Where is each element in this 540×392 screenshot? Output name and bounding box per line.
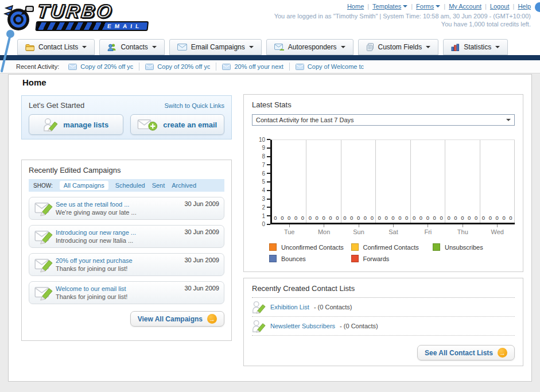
stats-period-select[interactable]: Contact Activity for the Last 7 Days bbox=[252, 114, 515, 126]
campaign-text: 20% off your next purchase Thanks for jo… bbox=[56, 257, 184, 273]
tab-custom-fields[interactable]: Custom Fields bbox=[358, 39, 439, 55]
envelope-icon bbox=[145, 64, 154, 70]
activity-divider bbox=[289, 63, 290, 71]
activity-item[interactable]: Copy of Welcome tc bbox=[296, 63, 364, 70]
contact-list-count: - (0 Contacts) bbox=[314, 304, 352, 311]
x-axis-label: Tue bbox=[272, 228, 306, 235]
contact-list-item[interactable]: Exhibition List - (0 Contacts) bbox=[252, 298, 515, 317]
data-value-label: 0 bbox=[468, 215, 471, 221]
legend-swatch-icon bbox=[351, 255, 359, 262]
campaigns-filter-bar: SHOW: All Campaigns Scheduled Sent Archi… bbox=[29, 179, 224, 192]
contact-list-name-link[interactable]: Exhibition List bbox=[270, 304, 309, 311]
x-axis-label: Fri bbox=[411, 228, 445, 235]
statistics-icon bbox=[451, 44, 460, 51]
activity-item[interactable]: Copy of 20% off yc bbox=[145, 63, 210, 70]
campaign-title-link[interactable]: 20% off your next purchase bbox=[56, 257, 184, 265]
filter-scheduled[interactable]: Scheduled bbox=[115, 182, 145, 189]
data-value-label: 0 bbox=[433, 215, 436, 221]
tab-contact-lists[interactable]: Contact Lists bbox=[17, 39, 95, 55]
legend-label: Unsubscribes bbox=[445, 244, 483, 251]
x-tick bbox=[480, 224, 515, 227]
envelope-plus-icon bbox=[137, 118, 158, 131]
envelope-pencil-icon bbox=[34, 228, 56, 244]
campaign-date: 30 Jun 2009 bbox=[184, 257, 219, 263]
campaign-list-item[interactable]: See us at the retail food ... We're givi… bbox=[29, 197, 224, 220]
person-pencil-icon bbox=[43, 118, 58, 131]
campaign-subtitle: Introducing our new Italia ... bbox=[56, 236, 184, 244]
filter-sent[interactable]: Sent bbox=[152, 182, 165, 189]
data-value-label: 0 bbox=[489, 215, 492, 221]
contact-list-item[interactable]: Newsletter Subscribers - (0 Contacts) bbox=[252, 317, 515, 336]
chevron-down-icon bbox=[341, 46, 345, 48]
nav-my-account-link[interactable]: My Account bbox=[449, 3, 481, 10]
legend-label: Confirmed Contacts bbox=[363, 244, 419, 251]
campaigns-panel: Recently Edited Campaigns SHOW: All Camp… bbox=[21, 160, 232, 341]
campaign-text: Introducing our new range ... Introducin… bbox=[56, 228, 184, 244]
campaign-title-link[interactable]: Introducing our new range ... bbox=[56, 228, 184, 236]
envelope-icon bbox=[177, 44, 187, 51]
credits-info: You have 1,000 total credits left. bbox=[274, 21, 531, 28]
tab-contacts[interactable]: Contacts bbox=[99, 39, 164, 55]
data-value-label: 0 bbox=[316, 215, 318, 221]
data-value-label: 0 bbox=[461, 215, 464, 221]
campaign-subtitle: Thanks for joining our list! bbox=[56, 293, 184, 301]
campaign-list-item[interactable]: Welcome to our email list Thanks for joi… bbox=[29, 281, 224, 304]
campaign-title-link[interactable]: Welcome to our email list bbox=[56, 285, 184, 293]
create-email-button[interactable]: create an email bbox=[130, 114, 225, 135]
tab-label: Email Campaigns bbox=[191, 43, 245, 51]
data-value-label: 0 bbox=[502, 215, 505, 221]
activity-item[interactable]: Copy of 20% off yc bbox=[68, 63, 133, 70]
latest-stats-panel: Latest Stats Contact Activity for the La… bbox=[243, 94, 523, 272]
page: TURBO EMAIL Home|Templates|Forms|My Acco… bbox=[0, 0, 540, 392]
envelope-icon bbox=[296, 64, 304, 70]
chevron-down-icon bbox=[436, 5, 440, 7]
legend-label: Bounces bbox=[281, 255, 306, 262]
tab-email-campaigns[interactable]: Email Campaigns bbox=[169, 39, 262, 55]
campaign-list-item[interactable]: 20% off your next purchase Thanks for jo… bbox=[29, 253, 224, 276]
nav-home-link[interactable]: Home bbox=[347, 3, 364, 10]
tab-statistics[interactable]: Statistics bbox=[443, 39, 508, 55]
campaign-date: 30 Jun 2009 bbox=[184, 285, 219, 292]
nav-separator: | bbox=[444, 3, 445, 10]
contact-list-name-link[interactable]: Newsletter Subscribers bbox=[270, 323, 335, 329]
nav-separator: | bbox=[367, 3, 369, 10]
view-all-campaigns-button[interactable]: View All Campaigns → bbox=[130, 311, 224, 327]
nav-templates-link[interactable]: Templates bbox=[372, 3, 407, 10]
filter-archived[interactable]: Archived bbox=[172, 182, 196, 189]
switch-quick-links[interactable]: Switch to Quick Links bbox=[164, 102, 224, 109]
see-all-contact-lists-button[interactable]: See All Contact Lists → bbox=[417, 345, 515, 360]
chart-day-column: 00000 bbox=[341, 140, 376, 223]
data-value-label: 0 bbox=[294, 215, 297, 221]
tab-label: Custom Fields bbox=[378, 43, 422, 51]
chevron-down-icon bbox=[506, 119, 511, 121]
data-value-label: 0 bbox=[274, 215, 277, 221]
campaign-text: See us at the retail food ... We're givi… bbox=[56, 200, 184, 216]
legend-label: Unconfirmed Contacts bbox=[281, 244, 344, 251]
chevron-down-icon bbox=[495, 46, 500, 48]
nav-help-link[interactable]: Help bbox=[518, 3, 531, 10]
chart-day-column: 00000 bbox=[272, 140, 306, 223]
data-value-label: 0 bbox=[301, 215, 304, 221]
campaign-title-link[interactable]: See us at the retail food ... bbox=[56, 200, 184, 208]
data-value-label: 0 bbox=[447, 215, 450, 221]
show-label: SHOW: bbox=[33, 183, 53, 189]
chevron-down-icon bbox=[82, 46, 87, 48]
data-value-label: 0 bbox=[384, 215, 387, 221]
chevron-down-icon bbox=[403, 5, 407, 7]
data-value-label: 0 bbox=[371, 215, 374, 221]
nav-separator: | bbox=[513, 3, 515, 10]
tab-label: Statistics bbox=[464, 43, 491, 51]
activity-item-label: Copy of 20% off yc bbox=[80, 63, 133, 70]
tab-autoresponders[interactable]: Autoresponders bbox=[266, 39, 353, 55]
filter-all-campaigns[interactable]: All Campaigns bbox=[60, 181, 108, 190]
nav-forms-link[interactable]: Forms bbox=[416, 3, 440, 10]
x-tick bbox=[306, 224, 341, 227]
campaign-subtitle: We're giving away our late ... bbox=[56, 208, 184, 216]
activity-item[interactable]: 20% off your next bbox=[222, 63, 283, 70]
nav-logout-link[interactable]: Logout bbox=[490, 3, 510, 10]
campaign-list-item[interactable]: Introducing our new range ... Introducin… bbox=[29, 225, 224, 248]
x-axis-label: Thu bbox=[445, 228, 480, 235]
activity-divider bbox=[139, 63, 139, 71]
chart-legend: Unconfirmed ContactsConfirmed ContactsUn… bbox=[269, 243, 515, 262]
manage-lists-button[interactable]: manage lists bbox=[29, 114, 123, 135]
